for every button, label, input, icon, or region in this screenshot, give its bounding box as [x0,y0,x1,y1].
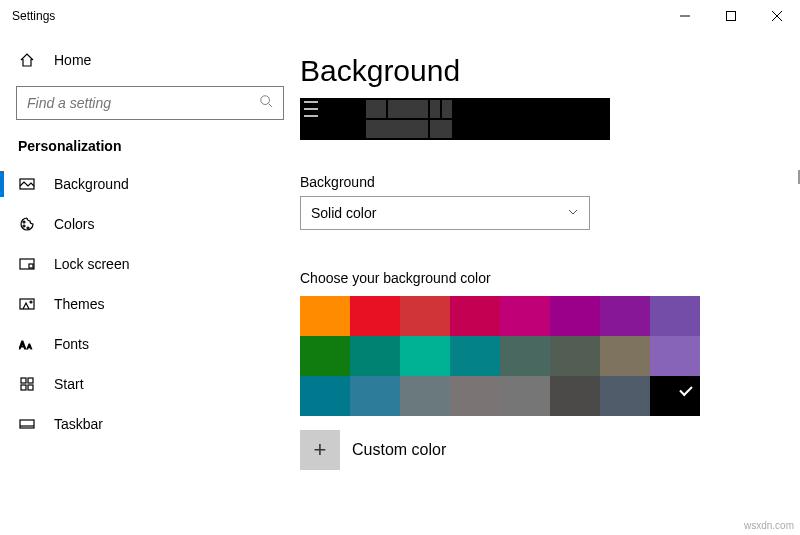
nav-label: Start [54,376,84,392]
desktop-preview [300,98,610,140]
close-button[interactable] [754,0,800,32]
color-swatch[interactable] [450,296,500,336]
custom-color-button[interactable]: + [300,430,340,470]
color-swatch[interactable] [600,336,650,376]
color-swatch[interactable] [550,376,600,416]
home-nav[interactable]: Home [0,40,300,80]
color-swatch[interactable] [550,296,600,336]
svg-line-5 [269,104,273,108]
color-swatch[interactable] [300,296,350,336]
color-swatch[interactable] [450,376,500,416]
color-swatch[interactable] [300,376,350,416]
nav-label: Fonts [54,336,89,352]
svg-rect-19 [28,385,33,390]
svg-rect-17 [28,378,33,383]
fonts-icon: AA [18,336,36,352]
svg-text:A: A [27,343,32,350]
color-swatch[interactable] [500,296,550,336]
color-swatch[interactable] [300,336,350,376]
window-title: Settings [12,9,55,23]
watermark: wsxdn.com [744,520,794,531]
sidebar-item-taskbar[interactable]: Taskbar [0,404,300,444]
nav-label: Themes [54,296,105,312]
sidebar-item-fonts[interactable]: AA Fonts [0,324,300,364]
color-swatch[interactable] [350,296,400,336]
search-box[interactable] [16,86,284,120]
preview-menu-icon [304,101,318,117]
color-swatch[interactable] [600,376,650,416]
sidebar-item-start[interactable]: Start [0,364,300,404]
nav-label: Taskbar [54,416,103,432]
svg-rect-18 [21,385,26,390]
nav-label: Background [54,176,129,192]
svg-rect-1 [727,12,736,21]
svg-point-7 [23,221,25,223]
themes-icon [18,296,36,312]
search-input[interactable] [27,95,259,111]
color-swatch[interactable] [400,296,450,336]
dropdown-value: Solid color [311,205,376,221]
svg-point-4 [261,96,270,105]
preview-tiles [366,100,452,138]
home-label: Home [54,52,91,68]
sidebar-item-themes[interactable]: Themes [0,284,300,324]
chevron-down-icon [567,205,579,221]
color-swatch[interactable] [350,376,400,416]
color-swatch[interactable] [550,336,600,376]
svg-rect-20 [20,420,34,428]
color-swatch[interactable] [450,336,500,376]
color-swatch[interactable] [650,336,700,376]
color-swatch[interactable] [350,336,400,376]
svg-rect-11 [29,264,33,268]
page-title: Background [300,32,776,98]
home-icon [18,52,36,68]
main-panel: Background Background Solid color Choose… [300,32,800,535]
sidebar-item-colors[interactable]: Colors [0,204,300,244]
color-swatch[interactable] [500,376,550,416]
sidebar: Home Personalization Background Colors L… [0,32,300,535]
svg-point-8 [23,225,25,227]
custom-color-label: Custom color [352,441,446,459]
background-type-dropdown[interactable]: Solid color [300,196,590,230]
svg-point-13 [30,301,32,303]
color-swatch[interactable] [400,336,450,376]
maximize-button[interactable] [708,0,754,32]
plus-icon: + [314,437,327,463]
dropdown-label: Background [300,174,776,190]
color-swatch[interactable] [650,296,700,336]
color-swatch-grid [300,296,776,416]
window-controls [662,0,800,32]
color-picker-label: Choose your background color [300,270,776,286]
category-header: Personalization [0,130,300,164]
svg-point-9 [27,227,29,229]
picture-icon [18,176,36,192]
color-swatch[interactable] [400,376,450,416]
svg-text:A: A [19,340,26,351]
sidebar-item-lock-screen[interactable]: Lock screen [0,244,300,284]
sidebar-item-background[interactable]: Background [0,164,300,204]
svg-rect-16 [21,378,26,383]
color-swatch[interactable] [500,336,550,376]
nav-label: Lock screen [54,256,129,272]
custom-color-row: + Custom color [300,430,776,470]
lock-screen-icon [18,256,36,272]
search-icon [259,94,273,112]
search-container [0,80,300,130]
start-icon [18,376,36,392]
color-swatch[interactable] [600,296,650,336]
nav-label: Colors [54,216,94,232]
palette-icon [18,216,36,232]
taskbar-icon [18,416,36,432]
color-swatch[interactable] [650,376,700,416]
minimize-button[interactable] [662,0,708,32]
